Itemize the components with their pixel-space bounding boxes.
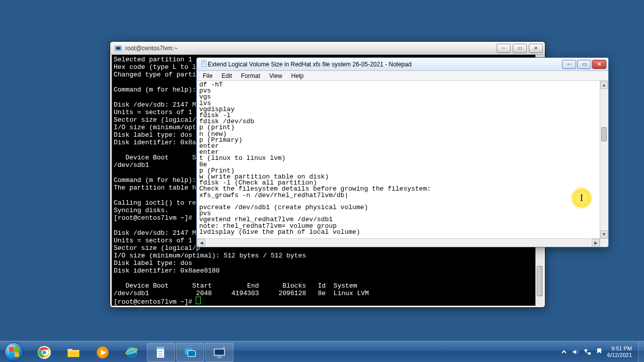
mediaplayer-icon [95,345,110,360]
taskbar-vmware[interactable] [176,343,204,362]
notepad-maximize-button[interactable]: ▭ [577,60,591,69]
tray-action-icon[interactable] [596,348,602,355]
vscroll-down-icon[interactable]: ▼ [600,230,608,238]
svg-rect-26 [588,352,591,354]
folder-icon [66,345,81,360]
svg-rect-25 [585,349,587,351]
tray-chevron-icon[interactable] [561,349,567,355]
menu-view[interactable]: View [265,71,286,80]
notepad-close-button[interactable]: ✕ [592,60,606,69]
taskbar-clock[interactable]: 9:51 PM 6/12/2021 [607,345,632,358]
clock-date: 6/12/2021 [607,352,632,358]
terminal-minimize-button[interactable]: ─ [497,44,511,53]
terminal-maximize-button[interactable]: ▭ [513,44,527,53]
taskbar-explorer[interactable] [59,343,88,362]
menu-help[interactable]: Help [287,71,308,80]
notepad-hscrollbar[interactable]: ◀ ▶ [197,238,600,246]
notepad-text-area[interactable]: df -hT pvs vgs lvs vgdisplay fdisk -l fd… [197,81,600,238]
menu-edit[interactable]: Edit [217,71,236,80]
taskbar: 9:51 PM 6/12/2021 [0,341,644,362]
terminal-cursor [196,297,200,304]
notepad-taskbar-icon [153,345,169,360]
vscroll-up-icon[interactable]: ▲ [600,81,608,89]
hscroll-right-icon[interactable]: ▶ [592,239,600,246]
putty-taskbar-icon [212,345,227,360]
svg-rect-1 [116,47,121,49]
svg-rect-22 [215,349,224,355]
notepad-vscrollbar[interactable]: ▲ ▼ [600,81,608,238]
chrome-icon [37,345,52,360]
taskbar-chrome[interactable] [30,343,58,362]
svg-rect-23 [218,356,221,357]
notepad-window[interactable]: Extend Logical Volume Size in RedHat xfs… [196,57,609,247]
vmware-icon [183,345,198,360]
notepad-titlebar[interactable]: Extend Logical Volume Size in RedHat xfs… [197,58,608,71]
show-desktop-button[interactable] [638,341,644,362]
terminal-scrollbar-thumb[interactable] [537,266,542,296]
putty-icon [114,44,122,52]
terminal-titlebar[interactable]: root@centos7lvm:~ ─ ▭ ✕ [110,42,545,55]
terminal-title: root@centos7lvm:~ [125,45,497,52]
svg-rect-24 [216,357,222,358]
notepad-minimize-button[interactable]: ─ [562,60,576,69]
vscroll-thumb[interactable] [601,127,607,141]
taskbar-mediaplayer[interactable] [89,343,117,362]
clock-time: 9:51 PM [611,345,632,352]
scroll-corner [600,238,608,246]
tray-network-icon[interactable] [584,348,591,355]
svg-rect-19 [188,350,195,356]
taskbar-notepad[interactable] [147,343,175,362]
taskbar-putty[interactable] [205,343,233,362]
system-tray: 9:51 PM 6/12/2021 [557,341,638,362]
svg-rect-2 [202,60,206,66]
hscroll-left-icon[interactable]: ◀ [197,239,205,246]
notepad-icon [201,60,208,68]
notepad-title: Extend Logical Volume Size in RedHat xfs… [208,61,562,68]
cursor-highlight [571,187,593,209]
start-button[interactable] [0,341,28,362]
notepad-menubar: File Edit Format View Help [197,71,608,81]
ie-icon [124,345,139,360]
terminal-close-button[interactable]: ✕ [529,44,543,53]
menu-format[interactable]: Format [237,71,264,80]
taskbar-pinned [28,341,235,362]
windows-logo-icon [5,342,24,361]
tray-volume-icon[interactable] [572,348,579,355]
taskbar-ie[interactable] [118,343,146,362]
svg-rect-14 [156,347,164,349]
menu-file[interactable]: File [199,71,216,80]
